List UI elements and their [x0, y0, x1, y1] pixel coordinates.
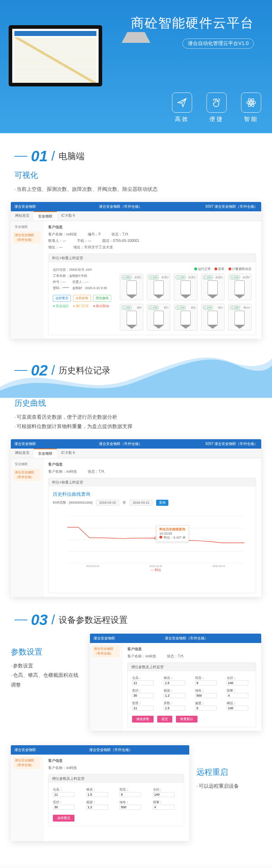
- sec1-sub-title: 可视化: [14, 170, 258, 181]
- param-input[interactable]: [164, 680, 185, 685]
- param-input[interactable]: [53, 792, 74, 797]
- footer-watermark: 潜合自动化 AUTOMATION: [0, 863, 272, 868]
- silo-item[interactable]: 1.190水泥5: [228, 274, 251, 300]
- param-input[interactable]: [164, 693, 185, 698]
- btn-reset[interactable]: 恢复默认: [176, 716, 198, 723]
- tab-home[interactable]: 网站首页: [11, 211, 34, 221]
- param-input[interactable]: [132, 680, 154, 685]
- silo-item[interactable]: 1.190粉7: [147, 304, 170, 330]
- appbar-brand: 潜合安全物联: [14, 204, 36, 209]
- silo-item[interactable]: 1.190水泥4: [201, 274, 225, 300]
- param-input[interactable]: [195, 706, 217, 711]
- svg-point-0: [250, 102, 252, 104]
- hero-subtitle: 潜合自动化管理云平台V1.0: [182, 39, 254, 49]
- chart-legend: — 料位: [67, 568, 244, 572]
- param-input[interactable]: [227, 706, 248, 711]
- svg-text:2018-03-20: 2018-03-20: [149, 565, 162, 567]
- sidebar-item-site[interactable]: 潜合安全物联（常州仓储）: [13, 231, 41, 244]
- section-02-header: 02 / 历史料位记录: [0, 347, 272, 384]
- hero-banner: 商砼智能硬件云平台 潜合自动化管理云平台V1.0 高效 便捷 智能: [0, 0, 272, 133]
- map-illustration: [14, 37, 96, 83]
- history-line-chart: 12000 9000 6000 3000 2018-03-19 2018-03-…: [67, 513, 244, 567]
- feature-smart: 智能: [241, 93, 261, 123]
- param-input[interactable]: [153, 805, 174, 810]
- paper-plane-icon: [172, 93, 192, 113]
- sec1-screenshot: 潜合安全物联 潜合安全物联（常州仓储） 9297 潜合安全物联（常州仓储） 网站…: [11, 202, 261, 339]
- param-input[interactable]: [119, 805, 141, 810]
- sec2-sub-title: 历史曲线: [14, 398, 258, 409]
- silo-item[interactable]: 1.190粉8: [174, 304, 197, 330]
- param-input[interactable]: [164, 706, 185, 711]
- btn-history[interactable]: 历史曲线: [93, 295, 111, 302]
- svg-text:2018-03-19: 2018-03-19: [86, 565, 99, 567]
- tab-ic[interactable]: IC卡取卡: [57, 211, 80, 221]
- silo-item[interactable]: 1.190水泥3: [174, 274, 197, 300]
- silo-item[interactable]: 1.590水泥1: [120, 274, 143, 300]
- client-heading: 客户信息: [48, 225, 256, 230]
- tap-icon: [207, 93, 227, 113]
- btn-params[interactable]: 全部参数: [73, 295, 91, 302]
- date-from[interactable]: 2018-03-19: [96, 500, 119, 505]
- sec4-right-title: 远程重启: [196, 767, 261, 778]
- param-input[interactable]: [132, 693, 154, 698]
- sec2-screenshot: 潜合安全物联潜合安全物联（常州仓储）9297 潜合安全物联（常州仓储） 网站首页…: [11, 439, 261, 597]
- sidebar: 安全物联 潜合安全物联（常州仓储）: [11, 221, 43, 339]
- silo-grid: 1.590水泥11.196水泥21.190水泥31.190水泥41.190水泥5…: [120, 274, 251, 330]
- appbar-right: 9297 潜合安全物联（常州仓储）: [205, 204, 258, 209]
- silo-item[interactable]: 1.190粉9: [201, 304, 225, 330]
- sidebar-item-root[interactable]: 安全物联: [13, 223, 41, 231]
- btn-submit[interactable]: 提交: [157, 716, 172, 723]
- chart-title: 历史料位曲线查询: [53, 491, 251, 498]
- btn-remote[interactable]: 远程重启: [53, 295, 71, 302]
- param-input[interactable]: [119, 792, 141, 797]
- query-button[interactable]: 查询: [156, 500, 168, 506]
- param-input[interactable]: [227, 693, 248, 698]
- section-03-header: 03 / 设备参数远程设置: [0, 597, 272, 634]
- section-01-header: 01 / 电脑端: [0, 133, 272, 170]
- sec4-screenshot: 潜合安全物联潜合安全物联（常州仓储） 潜合安全物联（常州仓储） 客户信息 客户名…: [11, 745, 189, 841]
- svg-point-1: [247, 101, 256, 104]
- btn-remote-restart[interactable]: 远程重启: [53, 815, 74, 822]
- param-input[interactable]: [86, 792, 108, 797]
- monitor-illustration: [9, 25, 102, 86]
- param-input[interactable]: [153, 792, 174, 797]
- param-input[interactable]: [195, 693, 217, 698]
- feature-convenient: 便捷: [207, 93, 227, 123]
- date-to[interactable]: 2018-03-21: [130, 500, 153, 505]
- sec1-points: 当前上空值、探测次数、故障次数、开阀次数、除尘器联动状态: [14, 184, 258, 194]
- atom-icon: [241, 93, 261, 113]
- sec3-left-title: 参数设置: [11, 647, 83, 657]
- card1-title: 料位+称重上料监管: [49, 254, 256, 262]
- btn-edit[interactable]: 修改参数: [132, 716, 154, 723]
- param-input[interactable]: [195, 680, 217, 685]
- silo-item[interactable]: 1.196水泥2: [147, 274, 170, 300]
- tab-safety[interactable]: 安全物联: [34, 211, 57, 221]
- feature-efficient: 高效: [172, 93, 192, 123]
- param-input[interactable]: [53, 805, 74, 810]
- appbar-title: 潜合安全物联（常州仓储）: [99, 204, 142, 209]
- silo-item[interactable]: 1.190粉6: [120, 304, 143, 330]
- silo-item[interactable]: 1.190粉10: [228, 304, 251, 330]
- param-input[interactable]: [86, 805, 108, 810]
- param-input[interactable]: [132, 706, 154, 711]
- param-input[interactable]: [227, 680, 248, 685]
- chart-tooltip: 料位历史曲线查询 16:33:58 料位：6.427 米: [156, 525, 189, 542]
- svg-text:2018-03-21: 2018-03-21: [212, 565, 225, 567]
- feature-row: 高效 便捷 智能: [172, 93, 261, 123]
- sec3-screenshot: 潜合安全物联潜合安全物联（常州仓储） 潜合安全物联（常州仓储） 客户信息 客户名…: [90, 634, 261, 731]
